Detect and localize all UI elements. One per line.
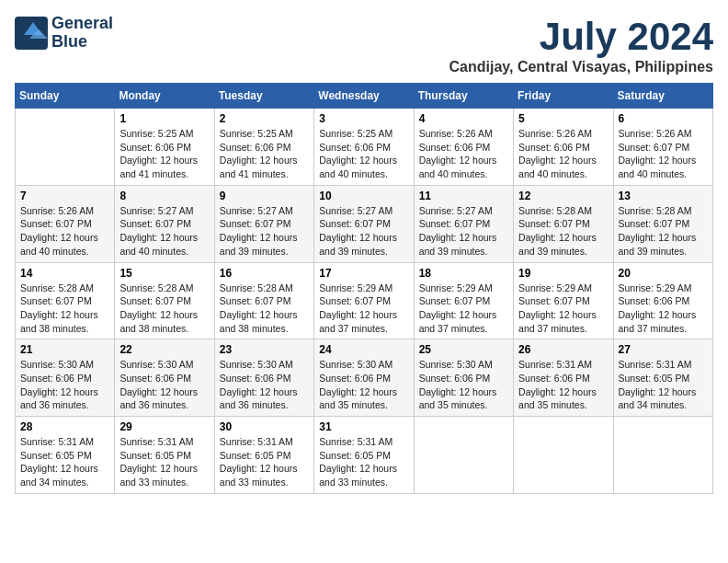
cell-info: Sunrise: 5:26 AM Sunset: 6:07 PM Dayligh…	[20, 204, 109, 259]
cell-info: Sunrise: 5:27 AM Sunset: 6:07 PM Dayligh…	[319, 204, 408, 259]
day-number: 1	[119, 112, 209, 125]
cell-info: Sunrise: 5:31 AM Sunset: 6:05 PM Dayligh…	[319, 435, 408, 489]
day-number: 12	[518, 190, 608, 202]
weekday-header: Wednesday	[314, 84, 414, 109]
cell-info: Sunrise: 5:25 AM Sunset: 6:06 PM Dayligh…	[220, 127, 309, 181]
calendar-cell: 11Sunrise: 5:27 AM Sunset: 6:07 PM Dayli…	[414, 185, 513, 262]
cell-info: Sunrise: 5:30 AM Sunset: 6:06 PM Dayligh…	[319, 358, 408, 412]
cell-info: Sunrise: 5:31 AM Sunset: 6:05 PM Dayligh…	[20, 435, 109, 489]
calendar-cell: 22Sunrise: 5:30 AM Sunset: 6:06 PM Dayli…	[115, 339, 214, 417]
weekday-header: Tuesday	[214, 84, 313, 109]
calendar-week-row: 21Sunrise: 5:30 AM Sunset: 6:06 PM Dayli…	[16, 339, 713, 417]
calendar-cell: 27Sunrise: 5:31 AM Sunset: 6:05 PM Dayli…	[613, 339, 712, 417]
calendar-cell: 16Sunrise: 5:28 AM Sunset: 6:07 PM Dayli…	[214, 262, 313, 339]
cell-info: Sunrise: 5:28 AM Sunset: 6:07 PM Dayligh…	[119, 282, 209, 336]
cell-info: Sunrise: 5:31 AM Sunset: 6:05 PM Dayligh…	[619, 358, 708, 412]
calendar-cell	[16, 109, 115, 186]
day-number: 16	[220, 267, 309, 280]
day-number: 17	[319, 267, 408, 280]
day-number: 21	[20, 343, 109, 356]
logo-line2: Blue	[51, 33, 113, 52]
calendar-cell	[514, 417, 613, 494]
day-number: 31	[319, 420, 408, 433]
location-title: Candijay, Central Visayas, Philippines	[449, 59, 713, 75]
weekday-header: Monday	[115, 84, 214, 109]
calendar-cell	[613, 417, 712, 494]
calendar-cell: 18Sunrise: 5:29 AM Sunset: 6:07 PM Dayli…	[414, 262, 513, 339]
logo: General Blue	[15, 15, 113, 52]
cell-info: Sunrise: 5:29 AM Sunset: 6:07 PM Dayligh…	[419, 282, 508, 336]
calendar-cell: 1Sunrise: 5:25 AM Sunset: 6:06 PM Daylig…	[115, 109, 214, 186]
cell-info: Sunrise: 5:31 AM Sunset: 6:06 PM Dayligh…	[518, 358, 608, 412]
weekday-header: Thursday	[414, 84, 513, 109]
calendar-cell: 28Sunrise: 5:31 AM Sunset: 6:05 PM Dayli…	[16, 417, 115, 494]
calendar-cell: 4Sunrise: 5:26 AM Sunset: 6:06 PM Daylig…	[414, 109, 513, 186]
day-number: 14	[20, 267, 109, 280]
calendar-cell: 3Sunrise: 5:25 AM Sunset: 6:06 PM Daylig…	[314, 109, 414, 186]
calendar-cell: 8Sunrise: 5:27 AM Sunset: 6:07 PM Daylig…	[115, 185, 214, 262]
day-number: 27	[619, 343, 708, 356]
logo-icon	[15, 17, 48, 50]
calendar-cell: 7Sunrise: 5:26 AM Sunset: 6:07 PM Daylig…	[16, 185, 115, 262]
calendar-week-row: 28Sunrise: 5:31 AM Sunset: 6:05 PM Dayli…	[16, 417, 713, 494]
calendar-cell: 12Sunrise: 5:28 AM Sunset: 6:07 PM Dayli…	[514, 185, 613, 262]
day-number: 13	[619, 190, 708, 202]
weekday-header: Friday	[514, 84, 613, 109]
calendar-cell: 5Sunrise: 5:26 AM Sunset: 6:06 PM Daylig…	[514, 109, 613, 186]
cell-info: Sunrise: 5:30 AM Sunset: 6:06 PM Dayligh…	[419, 358, 508, 412]
logo-line1: General	[51, 15, 113, 33]
cell-info: Sunrise: 5:31 AM Sunset: 6:05 PM Dayligh…	[119, 435, 209, 489]
calendar-cell: 13Sunrise: 5:28 AM Sunset: 6:07 PM Dayli…	[613, 185, 712, 262]
calendar-cell: 25Sunrise: 5:30 AM Sunset: 6:06 PM Dayli…	[414, 339, 513, 417]
day-number: 25	[419, 343, 508, 356]
cell-info: Sunrise: 5:25 AM Sunset: 6:06 PM Dayligh…	[319, 127, 408, 181]
calendar-cell	[414, 417, 513, 494]
day-number: 5	[518, 112, 608, 125]
cell-info: Sunrise: 5:30 AM Sunset: 6:06 PM Dayligh…	[220, 358, 309, 412]
cell-info: Sunrise: 5:30 AM Sunset: 6:06 PM Dayligh…	[119, 358, 209, 412]
calendar-table: SundayMondayTuesdayWednesdayThursdayFrid…	[15, 83, 713, 494]
calendar-cell: 10Sunrise: 5:27 AM Sunset: 6:07 PM Dayli…	[314, 185, 414, 262]
cell-info: Sunrise: 5:30 AM Sunset: 6:06 PM Dayligh…	[20, 358, 109, 412]
calendar-cell: 30Sunrise: 5:31 AM Sunset: 6:05 PM Dayli…	[214, 417, 313, 494]
calendar-header-row: SundayMondayTuesdayWednesdayThursdayFrid…	[16, 84, 713, 109]
day-number: 26	[518, 343, 608, 356]
cell-info: Sunrise: 5:26 AM Sunset: 6:07 PM Dayligh…	[619, 127, 708, 181]
day-number: 22	[119, 343, 209, 356]
day-number: 4	[419, 112, 508, 125]
day-number: 6	[619, 112, 708, 125]
calendar-cell: 2Sunrise: 5:25 AM Sunset: 6:06 PM Daylig…	[214, 109, 313, 186]
calendar-week-row: 14Sunrise: 5:28 AM Sunset: 6:07 PM Dayli…	[16, 262, 713, 339]
day-number: 9	[220, 190, 309, 202]
cell-info: Sunrise: 5:29 AM Sunset: 6:07 PM Dayligh…	[319, 282, 408, 336]
day-number: 7	[20, 190, 109, 202]
calendar-cell: 23Sunrise: 5:30 AM Sunset: 6:06 PM Dayli…	[214, 339, 313, 417]
weekday-header: Sunday	[16, 84, 115, 109]
cell-info: Sunrise: 5:29 AM Sunset: 6:06 PM Dayligh…	[619, 282, 708, 336]
calendar-cell: 19Sunrise: 5:29 AM Sunset: 6:07 PM Dayli…	[514, 262, 613, 339]
day-number: 15	[119, 267, 209, 280]
cell-info: Sunrise: 5:28 AM Sunset: 6:07 PM Dayligh…	[220, 282, 309, 336]
calendar-week-row: 1Sunrise: 5:25 AM Sunset: 6:06 PM Daylig…	[16, 109, 713, 186]
calendar-cell: 15Sunrise: 5:28 AM Sunset: 6:07 PM Dayli…	[115, 262, 214, 339]
day-number: 19	[518, 267, 608, 280]
day-number: 24	[319, 343, 408, 356]
cell-info: Sunrise: 5:25 AM Sunset: 6:06 PM Dayligh…	[119, 127, 209, 181]
weekday-header: Saturday	[613, 84, 712, 109]
day-number: 10	[319, 190, 408, 202]
calendar-week-row: 7Sunrise: 5:26 AM Sunset: 6:07 PM Daylig…	[16, 185, 713, 262]
cell-info: Sunrise: 5:28 AM Sunset: 6:07 PM Dayligh…	[20, 282, 109, 336]
cell-info: Sunrise: 5:31 AM Sunset: 6:05 PM Dayligh…	[220, 435, 309, 489]
cell-info: Sunrise: 5:28 AM Sunset: 6:07 PM Dayligh…	[518, 204, 608, 259]
calendar-cell: 21Sunrise: 5:30 AM Sunset: 6:06 PM Dayli…	[16, 339, 115, 417]
cell-info: Sunrise: 5:28 AM Sunset: 6:07 PM Dayligh…	[619, 204, 708, 259]
month-title: July 2024	[449, 15, 713, 59]
day-number: 30	[220, 420, 309, 433]
calendar-cell: 31Sunrise: 5:31 AM Sunset: 6:05 PM Dayli…	[314, 417, 414, 494]
day-number: 3	[319, 112, 408, 125]
day-number: 8	[119, 190, 209, 202]
day-number: 20	[619, 267, 708, 280]
day-number: 29	[119, 420, 209, 433]
cell-info: Sunrise: 5:29 AM Sunset: 6:07 PM Dayligh…	[518, 282, 608, 336]
calendar-cell: 26Sunrise: 5:31 AM Sunset: 6:06 PM Dayli…	[514, 339, 613, 417]
